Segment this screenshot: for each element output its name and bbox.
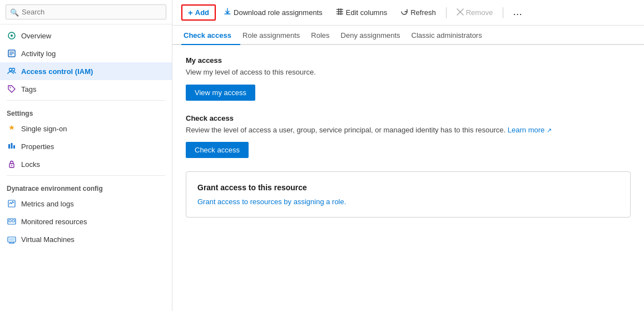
sidebar-item-metrics-label: Metrics and logs: [21, 200, 74, 208]
tab-classic-administrators[interactable]: Classic administrators: [409, 26, 491, 45]
tab-roles-label: Roles: [311, 31, 329, 40]
tab-bar: Check access Role assignments Roles Deny…: [172, 26, 644, 45]
check-access-desc-text: Review the level of access a user, group…: [186, 126, 506, 134]
sidebar-item-locks-label: Locks: [21, 160, 40, 169]
monitored-icon: [7, 216, 17, 226]
sidebar-item-overview[interactable]: Overview: [0, 27, 172, 45]
sidebar-item-monitored-resources[interactable]: Monitored resources: [0, 213, 172, 230]
tab-check-access[interactable]: Check access: [181, 26, 240, 45]
tab-role-assignments[interactable]: Role assignments: [240, 26, 309, 45]
sidebar-item-overview-label: Overview: [21, 32, 51, 40]
toolbar: + Add Download role assignments: [172, 0, 644, 26]
vm-icon: [7, 234, 17, 244]
remove-icon: [457, 8, 464, 17]
access-control-icon: [7, 66, 17, 76]
remove-label: Remove: [466, 8, 493, 17]
activity-log-icon: [7, 48, 17, 58]
edit-columns-label: Edit columns: [346, 8, 387, 17]
sidebar-item-properties-label: Properties: [21, 142, 54, 151]
locks-icon: [7, 159, 17, 169]
content-area: My access View my level of access to thi…: [172, 45, 644, 311]
sidebar-item-tags[interactable]: Tags: [0, 80, 172, 98]
svg-rect-16: [9, 220, 11, 222]
learn-more-link[interactable]: Learn more ↗: [508, 126, 552, 134]
svg-point-13: [11, 165, 12, 166]
check-access-description: Review the level of access a user, group…: [186, 125, 631, 136]
add-icon: +: [188, 8, 193, 17]
download-label: Download role assignments: [234, 8, 323, 17]
search-input[interactable]: [6, 4, 166, 19]
sidebar-item-sso[interactable]: Single sign-on: [0, 120, 172, 137]
svg-point-7: [12, 68, 15, 71]
more-button[interactable]: ...: [508, 6, 528, 19]
sidebar-item-access-control[interactable]: Access control (IAM): [0, 62, 172, 80]
add-button[interactable]: + Add: [181, 4, 216, 21]
sidebar-item-metrics-logs[interactable]: Metrics and logs: [0, 195, 172, 213]
sidebar-item-virtual-machines[interactable]: Virtual Machines: [0, 230, 172, 248]
refresh-label: Refresh: [410, 8, 436, 17]
overview-icon: [7, 31, 17, 41]
sidebar-item-sso-label: Single sign-on: [21, 125, 67, 133]
svg-point-6: [9, 68, 12, 71]
check-access-button[interactable]: Check access: [186, 142, 249, 158]
sidebar-item-tags-label: Tags: [21, 85, 36, 93]
nav-divider-2: [7, 175, 165, 176]
remove-button[interactable]: Remove: [451, 6, 498, 19]
settings-section-title: Settings: [0, 103, 172, 120]
dynatrace-section-title: Dynatrace environment config: [0, 178, 172, 195]
tab-deny-assignments-label: Deny assignments: [341, 31, 400, 40]
sidebar: 🔍 Overview A: [0, 0, 172, 311]
my-access-description: View my level of access to this resource…: [186, 67, 631, 78]
svg-rect-17: [12, 220, 14, 222]
svg-rect-10: [11, 143, 13, 149]
tab-role-assignments-label: Role assignments: [242, 31, 300, 40]
view-my-access-button[interactable]: View my access: [186, 85, 255, 101]
toolbar-separator-1: [446, 7, 447, 18]
svg-rect-11: [13, 145, 15, 149]
sidebar-item-properties[interactable]: Properties: [0, 137, 172, 155]
tab-deny-assignments[interactable]: Deny assignments: [339, 26, 409, 45]
check-access-section: Check access Review the level of access …: [186, 114, 631, 159]
main-content: + Add Download role assignments: [172, 0, 644, 311]
tab-check-access-label: Check access: [184, 31, 231, 40]
svg-point-8: [10, 87, 11, 88]
sidebar-item-vm-label: Virtual Machines: [21, 235, 75, 244]
sidebar-nav: Overview Activity log: [0, 24, 172, 311]
search-container: 🔍: [0, 0, 172, 24]
my-access-title: My access: [186, 56, 631, 65]
download-button[interactable]: Download role assignments: [218, 6, 328, 19]
sidebar-item-activity-log[interactable]: Activity log: [0, 45, 172, 62]
sidebar-item-monitored-label: Monitored resources: [21, 218, 87, 226]
grant-access-description: Grant access to resources by assigning a…: [197, 198, 619, 206]
edit-columns-icon: [336, 8, 344, 17]
search-icon: 🔍: [10, 8, 19, 16]
download-icon: [224, 8, 231, 17]
nav-divider-1: [7, 100, 165, 101]
metrics-icon: [7, 199, 17, 209]
svg-rect-9: [8, 144, 10, 149]
svg-point-1: [11, 34, 13, 37]
tags-icon: [7, 84, 17, 94]
sidebar-item-locks[interactable]: Locks: [0, 155, 172, 173]
sidebar-item-activity-log-label: Activity log: [21, 50, 56, 58]
refresh-button[interactable]: Refresh: [395, 6, 442, 19]
grant-access-title: Grant access to this resource: [197, 183, 619, 192]
external-link-icon: ↗: [547, 127, 552, 134]
more-label: ...: [513, 8, 523, 17]
sidebar-item-access-control-label: Access control (IAM): [21, 67, 93, 76]
add-label: Add: [195, 8, 209, 17]
toolbar-separator-2: [503, 7, 503, 18]
my-access-section: My access View my level of access to thi…: [186, 56, 631, 101]
check-access-title: Check access: [186, 114, 631, 122]
edit-columns-button[interactable]: Edit columns: [330, 6, 393, 19]
tab-roles[interactable]: Roles: [309, 26, 338, 45]
refresh-icon: [400, 8, 408, 17]
sso-icon: [7, 124, 17, 134]
svg-rect-19: [9, 238, 14, 241]
tab-classic-administrators-label: Classic administrators: [412, 31, 482, 40]
learn-more-label: Learn more: [508, 126, 544, 134]
properties-icon: [7, 141, 17, 151]
grant-access-box: Grant access to this resource Grant acce…: [186, 171, 631, 218]
